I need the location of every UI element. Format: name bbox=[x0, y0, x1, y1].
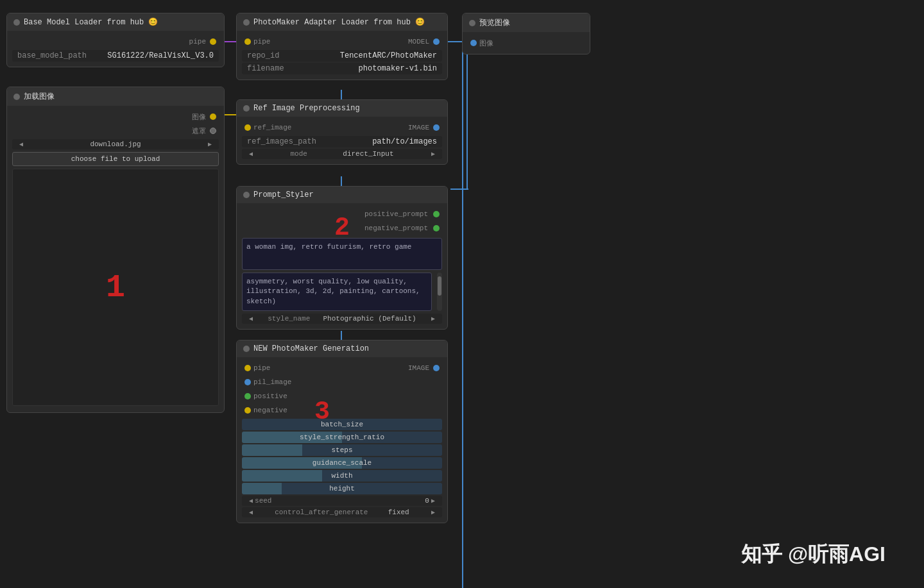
batch-size-slider[interactable]: batch_size bbox=[242, 419, 442, 430]
node-adapter-title: PhotoMaker Adapter Loader from hub 😊 bbox=[253, 17, 425, 27]
repo-id-label: repo_id bbox=[247, 51, 298, 60]
node-gen-title: NEW PhotoMaker Generation bbox=[253, 344, 369, 353]
negative-text-area[interactable]: asymmetry, worst quality, low quality, i… bbox=[242, 273, 432, 311]
control-prev[interactable]: ◀ bbox=[247, 508, 255, 516]
style-name-label: style_name bbox=[268, 315, 310, 323]
style-name-row[interactable]: ◀ style_name Photographic (Default) ▶ bbox=[242, 314, 442, 324]
node-preview-body: 图像 bbox=[463, 32, 590, 54]
model-out-label: MODEL bbox=[408, 38, 429, 46]
adapter-pipe-row: pipe MODEL bbox=[237, 35, 447, 49]
filename-value: photomaker-v1.bin bbox=[359, 64, 437, 73]
steps-slider[interactable]: steps bbox=[242, 444, 442, 456]
gen-pos-label: positive bbox=[253, 392, 287, 400]
node-load-image-header: 加载图像 bbox=[7, 87, 224, 106]
node-preview-status bbox=[469, 20, 475, 26]
height-label: height bbox=[329, 485, 355, 492]
node-load-image: 加载图像 图像 遮罩 ◀ download.jpg ▶ choose file … bbox=[6, 87, 225, 413]
node-base-model: Base Model Loader from hub 😊 pipe base_m… bbox=[6, 13, 225, 67]
steps-label: steps bbox=[331, 446, 352, 454]
annotation-2: 2 bbox=[334, 214, 350, 242]
mode-prev[interactable]: ◀ bbox=[247, 150, 255, 158]
style-next[interactable]: ▶ bbox=[429, 315, 437, 323]
wire-model-h2 bbox=[450, 189, 468, 190]
scrollbar-thumb[interactable] bbox=[438, 276, 441, 296]
height-slider[interactable]: height bbox=[242, 483, 442, 494]
ref-image-out bbox=[433, 124, 440, 131]
ref-path-row: ref_images_path path/to/images bbox=[242, 136, 442, 147]
gen-pos-in bbox=[244, 393, 251, 399]
mode-row[interactable]: ◀ mode direct_Input ▶ bbox=[242, 149, 442, 159]
node-load-status bbox=[13, 94, 20, 100]
ref-image-label: ref_image bbox=[253, 124, 291, 131]
annotation-1: 1 bbox=[106, 269, 125, 306]
preview-image-in bbox=[470, 40, 477, 46]
filename-row: filename photomaker-v1.bin bbox=[242, 63, 442, 74]
seed-next[interactable]: ▶ bbox=[429, 497, 437, 505]
node-ref-header: Ref Image Preprocessing bbox=[237, 100, 447, 117]
gen-pipe-row: pipe IMAGE bbox=[237, 361, 447, 375]
wire-main-v bbox=[462, 41, 463, 588]
gen-neg-label: negative bbox=[253, 407, 287, 414]
image-connector bbox=[210, 113, 216, 120]
width-slider[interactable]: width bbox=[242, 470, 442, 482]
node-status-dot bbox=[13, 19, 20, 26]
pos-prompt-out bbox=[433, 211, 440, 217]
node-preview-title: 预览图像 bbox=[479, 17, 510, 28]
style-name-value: Photographic (Default) bbox=[323, 315, 416, 323]
pipe-label: pipe bbox=[189, 38, 206, 46]
positive-text-area[interactable]: a woman img, retro futurism, retro game bbox=[242, 238, 442, 270]
seed-prev[interactable]: ◀ bbox=[247, 497, 255, 505]
node-load-image-body: 图像 遮罩 ◀ download.jpg ▶ choose file to up… bbox=[7, 106, 224, 412]
node-styler-body: 2 positive_prompt negative_prompt a woma… bbox=[237, 203, 447, 329]
node-gen-body: pipe IMAGE pil_image positive negative b… bbox=[237, 357, 447, 523]
node-ref-body: ref_image IMAGE ref_images_path path/to/… bbox=[237, 117, 447, 164]
node-adapter-status bbox=[243, 19, 250, 26]
mode-label: mode bbox=[290, 150, 307, 158]
base-model-path-label: base_model_path bbox=[17, 51, 87, 60]
control-after-row[interactable]: ◀ control_after_generate fixed ▶ bbox=[242, 507, 442, 517]
ref-image-in bbox=[244, 124, 251, 131]
pipe-connector bbox=[210, 38, 216, 45]
gen-neg-in bbox=[244, 407, 251, 414]
seed-label: seed bbox=[255, 497, 271, 505]
negative-text: asymmetry, worst quality, low quality, i… bbox=[246, 278, 420, 305]
node-base-model-header: Base Model Loader from hub 😊 bbox=[7, 13, 224, 31]
gen-pipe-in bbox=[244, 365, 251, 371]
filename-label: filename bbox=[247, 64, 298, 73]
img-next-arrow[interactable]: ▶ bbox=[206, 140, 214, 148]
mask-label: 遮罩 bbox=[192, 126, 206, 136]
wire-model-v1 bbox=[466, 41, 468, 189]
gen-pos-row: positive bbox=[237, 389, 447, 403]
node-photomaker-adapter: PhotoMaker Adapter Loader from hub 😊 pip… bbox=[236, 13, 448, 80]
mode-next[interactable]: ▶ bbox=[429, 150, 437, 158]
wire-img-h2 bbox=[225, 114, 232, 115]
upload-button[interactable]: choose file to upload bbox=[12, 152, 219, 166]
seed-row[interactable]: ◀ seed 0 ▶ bbox=[242, 496, 442, 506]
style-strength-slider[interactable]: style_strength_ratio bbox=[242, 432, 442, 443]
node-gen-header: NEW PhotoMaker Generation bbox=[237, 340, 447, 357]
ref-path-value: path/to/images bbox=[372, 137, 437, 146]
img-prev-arrow[interactable]: ◀ bbox=[17, 140, 25, 148]
node-ref-status bbox=[243, 105, 250, 112]
width-label: width bbox=[331, 472, 352, 480]
seed-value: 0 bbox=[425, 497, 429, 505]
node-preview: 预览图像 图像 bbox=[462, 13, 590, 55]
node-styler-status bbox=[243, 192, 250, 198]
node-base-model-title: Base Model Loader from hub 😊 bbox=[24, 17, 158, 27]
gen-neg-row: negative bbox=[237, 403, 447, 417]
node-ref-image: Ref Image Preprocessing ref_image IMAGE … bbox=[236, 99, 448, 165]
style-prev[interactable]: ◀ bbox=[247, 315, 255, 323]
control-label: control_after_generate bbox=[275, 508, 368, 516]
pos-prompt-label: positive_prompt bbox=[364, 210, 428, 218]
gen-pil-row: pil_image bbox=[237, 375, 447, 389]
mask-connector bbox=[210, 128, 216, 134]
control-next[interactable]: ▶ bbox=[429, 508, 437, 516]
adapter-pipe-in bbox=[244, 38, 251, 45]
image-nav-row[interactable]: ◀ download.jpg ▶ bbox=[12, 139, 219, 149]
scrollbar-track[interactable] bbox=[437, 273, 442, 311]
guidance-label: guidance_scale bbox=[312, 459, 372, 467]
watermark: 知乎 @听雨AGI bbox=[741, 541, 886, 569]
guidance-slider[interactable]: guidance_scale bbox=[242, 457, 442, 469]
node-base-model-body: pipe base_model_path SG161222/RealVisXL_… bbox=[7, 31, 224, 67]
ref-input-row: ref_image IMAGE bbox=[237, 121, 447, 135]
